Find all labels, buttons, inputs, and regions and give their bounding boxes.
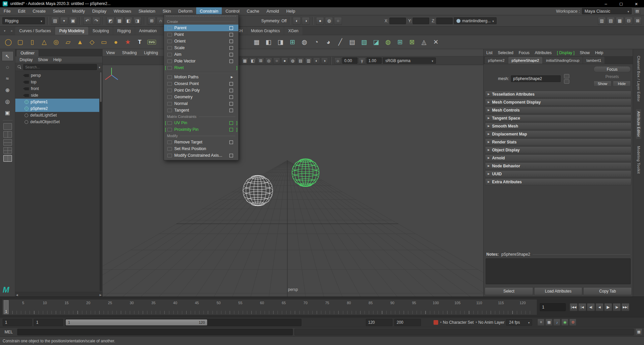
outliner-tab[interactable]: Outliner	[17, 50, 39, 56]
shelf-tool-icon[interactable]	[359, 37, 370, 48]
ae-section-displacement-map[interactable]: Displacement Map	[485, 130, 631, 137]
poly-torus-icon[interactable]	[50, 37, 62, 48]
ipr-render-icon[interactable]	[325, 17, 333, 25]
outliner-menu-help[interactable]: Help	[51, 57, 64, 62]
menu-item-uv-pin[interactable]: UV Pin	[164, 120, 238, 126]
menu-item-scale[interactable]: Scale	[164, 44, 238, 51]
shelf-tool-icon[interactable]	[275, 37, 286, 48]
shelf-tool-icon[interactable]	[347, 37, 358, 48]
tab-attribute-editor[interactable]: Attribute Editor	[636, 109, 641, 139]
open-editor-icon[interactable]	[302, 17, 310, 25]
option-box-icon[interactable]	[229, 26, 233, 30]
viewport-toggle-icon[interactable]	[249, 57, 256, 64]
menu-item-set-rest-position[interactable]: Set Rest Position	[164, 145, 238, 152]
shelf-tab-poly-modeling[interactable]: Poly Modeling	[55, 27, 88, 35]
resolution-gate-icon[interactable]	[305, 57, 312, 64]
outliner-item-psphere2[interactable]: pSphere2	[15, 105, 99, 112]
menu-set-select[interactable]: Rigging	[2, 17, 45, 24]
play-forwards-button[interactable]	[604, 303, 612, 311]
symmetry-status[interactable]: Symmetry: Off	[261, 19, 286, 23]
focus-button[interactable]: Focus	[594, 66, 631, 72]
rotate-tool-icon[interactable]	[2, 96, 14, 106]
paint-select-tool-icon[interactable]	[2, 74, 14, 84]
menu-item-rivet[interactable]: Rivet	[164, 64, 238, 71]
option-box-icon[interactable]	[229, 46, 233, 50]
ae-menu-attributes[interactable]: Attributes	[532, 50, 554, 55]
menu-item-parent[interactable]: Parent	[164, 25, 238, 31]
lasso-tool-icon[interactable]	[2, 62, 14, 72]
outliner-search-input[interactable]	[23, 64, 97, 70]
menu-item-modify-constrained-axis[interactable]: Modify Constrained Axis...	[164, 152, 238, 159]
layout-two-pane-button[interactable]	[3, 131, 12, 138]
select-object-icon[interactable]	[116, 17, 123, 25]
pin-icon[interactable]	[564, 74, 569, 78]
outliner-hscrollbar[interactable]	[15, 292, 102, 297]
viewport-toggle-icon[interactable]	[265, 57, 272, 64]
maximize-icon[interactable]	[613, 0, 629, 7]
scroll-right-icon[interactable]	[100, 292, 102, 297]
undo-button[interactable]	[83, 17, 91, 25]
outliner-menu-display[interactable]: Display	[17, 57, 35, 62]
menu-item-pole-vector[interactable]: Pole Vector	[164, 58, 238, 64]
playback-speed-icon[interactable]	[569, 319, 576, 326]
select-mask-icon[interactable]	[133, 17, 141, 25]
viewport-menu-shading[interactable]: Shading	[119, 50, 140, 55]
menu-display[interactable]: Display	[89, 7, 110, 15]
new-scene-button[interactable]	[51, 17, 59, 25]
option-box-icon[interactable]	[229, 154, 233, 157]
ae-menu-show[interactable]: Show	[577, 50, 592, 55]
ae-section-mesh-component-display[interactable]: Mesh Component Display	[485, 99, 631, 106]
playback-end-input[interactable]	[366, 319, 392, 326]
animation-start-input[interactable]	[3, 319, 32, 326]
viewport-menu-view[interactable]: View	[103, 50, 119, 55]
ae-tab-psphereshape2[interactable]: pSphereShape2	[508, 57, 542, 64]
anim-preferences-icon[interactable]	[545, 319, 552, 326]
option-box-icon[interactable]	[229, 33, 233, 37]
select-component-icon[interactable]	[124, 17, 132, 25]
playback-start-input[interactable]	[34, 319, 63, 326]
menu-select[interactable]: Select	[49, 7, 68, 15]
shelf-tab-motion-graphics[interactable]: Motion Graphics	[247, 27, 284, 35]
shelf-tool-icon[interactable]	[370, 37, 382, 48]
option-box-icon[interactable]	[229, 89, 233, 92]
menu-create[interactable]: Create	[29, 7, 49, 15]
outliner-item-front[interactable]: front	[15, 85, 99, 92]
option-box-icon[interactable]	[229, 102, 233, 106]
camera-gate-icon[interactable]	[297, 57, 304, 64]
layout-two-stacked-button[interactable]	[3, 139, 12, 146]
menu-tearoff-handle[interactable]	[166, 16, 236, 18]
option-box-icon[interactable]	[229, 95, 233, 99]
ae-section-extra-attributes[interactable]: Extra Attributes	[485, 178, 631, 185]
toggle-hypershade-icon[interactable]	[607, 17, 615, 25]
construction-history-icon[interactable]	[293, 17, 301, 25]
scale-tool-icon[interactable]	[2, 108, 14, 118]
render-icon[interactable]	[316, 17, 324, 25]
menu-item-point[interactable]: Point	[164, 31, 238, 38]
menu-modify[interactable]: Modify	[69, 7, 89, 15]
ae-section-object-display[interactable]: Object Display	[485, 146, 631, 153]
menu-item-closest-point[interactable]: Closest Point	[164, 80, 238, 87]
gamma-field[interactable]: 1.00	[366, 57, 382, 64]
notes-textarea[interactable]	[486, 258, 631, 284]
outliner-menu-show[interactable]: Show	[36, 57, 50, 62]
menu-help[interactable]: Help	[282, 7, 299, 15]
snap-grid-icon[interactable]	[148, 17, 156, 25]
y-input[interactable]	[413, 18, 429, 24]
save-scene-button[interactable]	[69, 17, 77, 25]
outliner-item-defaultobjectset[interactable]: defaultObjectSet	[15, 119, 99, 125]
menu-cache[interactable]: Cache	[243, 7, 263, 15]
layout-outliner-persp-button[interactable]	[3, 155, 12, 162]
search-filter-icon[interactable]	[99, 65, 100, 69]
poly-cube-icon[interactable]	[15, 37, 26, 48]
menu-item-proximity-pin[interactable]: Proximity Pin	[164, 126, 238, 133]
ae-menu-display[interactable]: Display	[554, 50, 577, 55]
outliner-item-defaultlightset[interactable]: defaultLightSet	[15, 112, 99, 119]
ae-menu-selected[interactable]: Selected	[495, 50, 516, 55]
ae-section-tangent-space[interactable]: Tangent Space	[485, 115, 631, 122]
outliner-item-top[interactable]: top	[15, 79, 99, 85]
toggle-tool-settings-icon[interactable]	[616, 17, 624, 25]
menu-skin[interactable]: Skin	[159, 7, 175, 15]
poly-superellipse-icon[interactable]	[110, 37, 121, 48]
colorspace-select[interactable]: sRGB gamma	[383, 57, 436, 64]
workspace-options-icon[interactable]	[634, 8, 641, 15]
